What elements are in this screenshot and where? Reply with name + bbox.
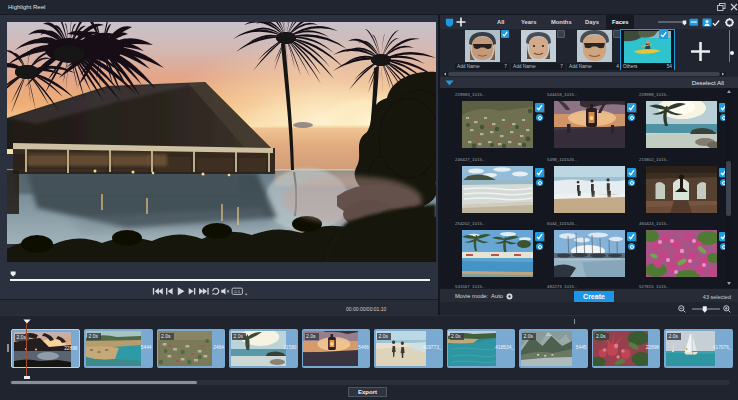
svg-text:0.5: 0.5 (234, 289, 241, 294)
